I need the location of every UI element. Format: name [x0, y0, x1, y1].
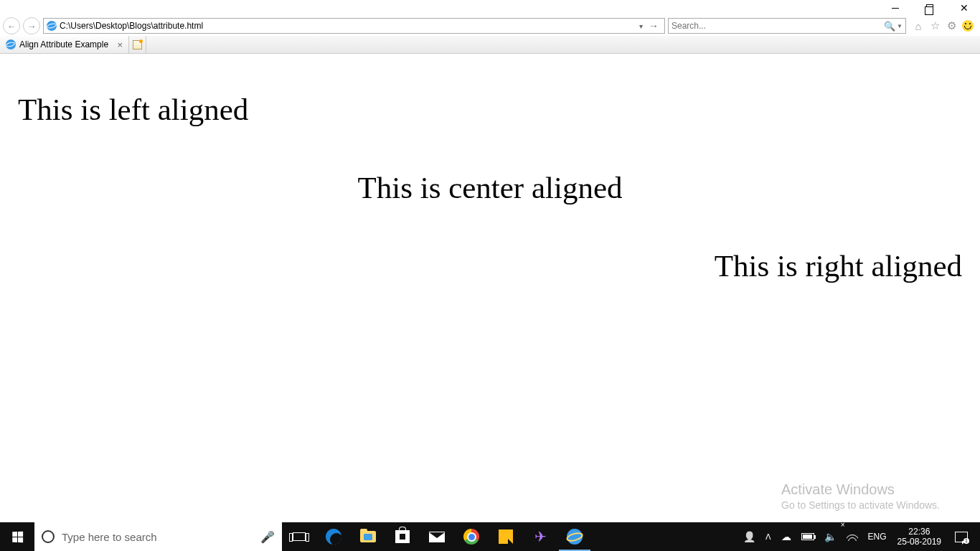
- clock-time: 22:36: [897, 527, 941, 537]
- tab-close-button[interactable]: ×: [117, 39, 123, 50]
- address-bar[interactable]: C:\Users\Desktop\Blogs\attribute.html ▾ …: [43, 18, 665, 34]
- tab-title: Align Attribute Example: [19, 39, 108, 50]
- windows-taskbar: Type here to search 🎤 ✈ ᐱ ☁ 🔈 ENG 22:36 …: [0, 522, 980, 551]
- search-bar[interactable]: 🔍 ▼: [668, 18, 906, 34]
- watermark-subtitle: Go to Settings to activate Windows.: [781, 499, 940, 511]
- home-icon[interactable]: ⌂: [912, 19, 925, 32]
- mail-app-icon[interactable]: [420, 522, 454, 551]
- task-view-button[interactable]: [282, 522, 316, 551]
- forward-button[interactable]: →: [23, 17, 40, 34]
- window-titlebar: ✕: [0, 0, 980, 16]
- activate-windows-watermark: Activate Windows Go to Settings to activ…: [781, 481, 940, 511]
- new-tab-icon: [133, 40, 142, 50]
- cortana-icon: [42, 530, 55, 543]
- minimize-icon: [892, 8, 899, 9]
- tray-overflow-icon[interactable]: ᐱ: [760, 522, 776, 551]
- browser-navbar: ← → C:\Users\Desktop\Blogs\attribute.htm…: [0, 16, 980, 36]
- back-button[interactable]: ←: [3, 17, 20, 34]
- minimize-button[interactable]: [885, 1, 905, 15]
- tab-active[interactable]: Align Attribute Example ×: [0, 36, 129, 53]
- maximize-button[interactable]: [920, 1, 940, 15]
- pinned-apps: ✈: [316, 522, 592, 551]
- file-explorer-app-icon[interactable]: [351, 522, 385, 551]
- feedback-smiley-icon[interactable]: [961, 19, 974, 32]
- edge-app-icon[interactable]: [316, 522, 351, 551]
- taskbar-search[interactable]: Type here to search 🎤: [34, 522, 282, 551]
- system-tray: ᐱ ☁ 🔈 ENG 22:36 25-08-2019 1: [738, 522, 980, 551]
- new-tab-button[interactable]: [129, 36, 146, 53]
- heading-center-aligned: This is center aligned: [18, 170, 962, 205]
- action-center-icon[interactable]: 1: [947, 522, 980, 551]
- microphone-icon[interactable]: 🎤: [260, 530, 275, 544]
- maximize-icon: [926, 4, 933, 11]
- send-app-icon[interactable]: ✈: [523, 522, 557, 551]
- people-icon[interactable]: [738, 522, 760, 551]
- ie-page-icon: [47, 21, 57, 31]
- internet-explorer-app-icon[interactable]: [557, 522, 592, 551]
- taskbar-search-placeholder: Type here to search: [62, 531, 157, 543]
- search-icon[interactable]: 🔍: [884, 21, 895, 32]
- watermark-title: Activate Windows: [781, 481, 940, 498]
- chrome-app-icon[interactable]: [454, 522, 489, 551]
- store-app-icon[interactable]: [385, 522, 420, 551]
- taskbar-clock[interactable]: 22:36 25-08-2019: [892, 527, 947, 547]
- heading-right-aligned: This is right aligned: [18, 248, 962, 283]
- search-input[interactable]: [672, 21, 884, 31]
- clock-date: 25-08-2019: [897, 537, 941, 547]
- favorites-icon[interactable]: ☆: [928, 19, 941, 32]
- go-button[interactable]: →: [646, 20, 661, 32]
- browser-tool-icons: ⌂ ☆ ⚙: [909, 19, 977, 32]
- volume-muted-icon[interactable]: 🔈: [819, 522, 842, 551]
- heading-left-aligned: This is left aligned: [18, 92, 962, 127]
- tab-row: Align Attribute Example ×: [0, 36, 980, 54]
- battery-icon[interactable]: [796, 522, 819, 551]
- search-dropdown-icon[interactable]: ▼: [895, 23, 903, 29]
- tools-icon[interactable]: ⚙: [945, 19, 958, 32]
- close-button[interactable]: ✕: [954, 1, 974, 15]
- language-indicator[interactable]: ENG: [863, 522, 892, 551]
- page-content: This is left aligned This is center alig…: [0, 54, 980, 344]
- onedrive-icon[interactable]: ☁: [776, 522, 796, 551]
- windows-logo-icon: [12, 531, 23, 542]
- address-dropdown-icon[interactable]: ▾: [636, 22, 646, 30]
- sticky-notes-app-icon[interactable]: [489, 522, 523, 551]
- task-view-icon: [293, 532, 306, 541]
- address-url: C:\Users\Desktop\Blogs\attribute.html: [60, 21, 203, 31]
- notification-badge: 1: [963, 538, 969, 544]
- start-button[interactable]: [0, 522, 34, 551]
- ie-favicon-icon: [6, 39, 16, 50]
